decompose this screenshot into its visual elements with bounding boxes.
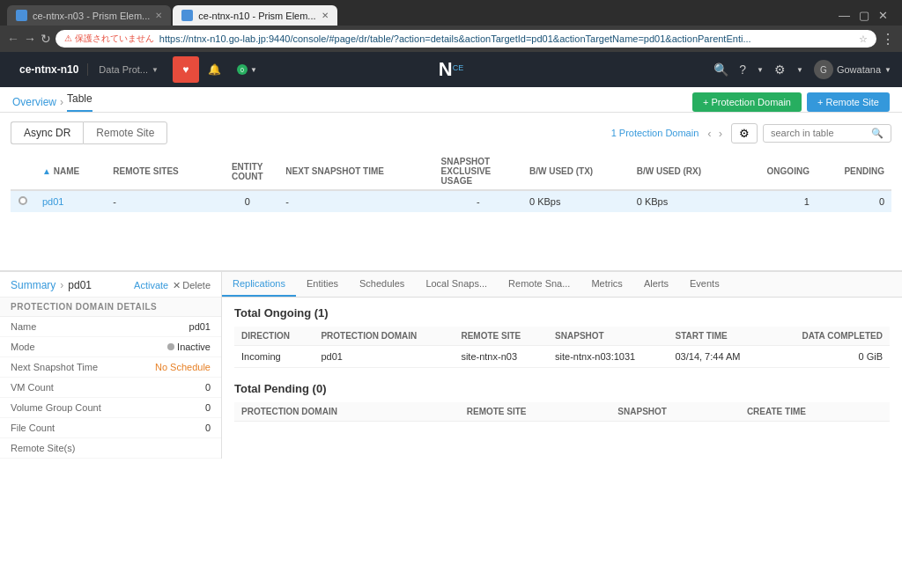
col-ongoing-header[interactable]: ONGOING [738,153,817,190]
bottom-panel: Summary › pd01 Activate ✕ Delete PROTECT… [0,270,902,459]
async-dr-tab[interactable]: Async DR [11,121,83,144]
pd-snapshot-row: Next Snapshot Time No Schedule [0,357,221,378]
row-entity-count: 0 [216,190,278,212]
search-input[interactable] [771,128,868,138]
settings-icon[interactable]: ⚙ [774,62,786,77]
browser-tab-1[interactable]: ce-ntnx-n03 - Prism Elem... ✕ [7,5,171,26]
tab-close-2[interactable]: ✕ [322,11,329,20]
status-arrow: ▼ [250,66,257,74]
tab-local-snaps[interactable]: Local Snaps... [415,272,498,297]
pd-vg-label: Volume Group Count [11,402,125,413]
detail-tab-bar: Replications Entities Schedules Local Sn… [222,272,902,298]
activate-btn[interactable]: Activate [134,280,168,290]
tab-title-2: ce-ntnx-n10 - Prism Elem... [198,11,315,21]
pd-detail-rows: Name pd01 Mode Inactive Next Snapshot Ti… [0,317,221,459]
browser-tab-2[interactable]: ce-ntnx-n10 - Prism Elem... ✕ [173,5,336,26]
col-bw-rx-header[interactable]: B/W USED (RX) [630,153,738,190]
col-snapshot-header: SNAPSHOT [548,327,668,346]
tab-metrics[interactable]: Metrics [580,272,632,297]
health-icon[interactable]: ♥ [173,56,199,83]
col-pending-snapshot-header: SNAPSHOT [610,402,740,422]
col-name-header[interactable]: ▲ NAME [35,153,106,190]
ongoing-remote-site: site-ntnx-n03 [454,346,548,368]
nav-arrow-icon: ▼ [152,66,159,74]
add-remote-site-btn[interactable]: + Remote Site [807,92,890,112]
pd-vm-label: VM Count [11,382,125,393]
tab-replications[interactable]: Replications [222,272,296,297]
refresh-btn[interactable]: ↻ [41,32,51,46]
next-domain-btn[interactable]: › [715,125,726,142]
col-entity-count-header[interactable]: ENTITYCOUNT [216,153,278,190]
search-icon: 🔍 [871,128,884,139]
tab-alerts[interactable]: Alerts [633,272,679,297]
address-bar[interactable]: ⚠ 保護されていません https://ntnx-n10.go-lab.jp:9… [55,30,876,48]
ongoing-title: Total Ongoing (1) [234,306,890,320]
breadcrumb-sep: › [60,279,63,291]
notifications-icon[interactable]: 🔔 [199,63,230,76]
pd-link[interactable]: pd01 [42,196,63,207]
help-icon[interactable]: ? [739,62,746,77]
row-ongoing: 1 [738,190,817,212]
forward-btn[interactable]: → [24,32,36,46]
col-status-header [11,153,35,190]
overview-link[interactable]: Overview [12,96,56,108]
left-detail-panel: Summary › pd01 Activate ✕ Delete PROTECT… [0,272,222,459]
tab-remote-snaps[interactable]: Remote Sna... [498,272,580,297]
tab-favicon-1 [16,10,27,21]
tab-entities[interactable]: Entities [296,272,349,297]
pd-snapshot-label: Next Snapshot Time [11,362,125,372]
col-start-time-header: START TIME [668,327,769,346]
pd-vg-count-row: Volume Group Count 0 [0,398,221,418]
username: Gowatana [837,64,881,75]
col-pending-header[interactable]: PENDING [817,153,891,190]
status-inactive-dot [18,196,27,205]
logo-n: N [439,58,453,81]
back-btn[interactable]: ← [7,32,19,46]
delete-btn[interactable]: ✕ Delete [173,280,211,291]
add-protection-domain-btn[interactable]: + Protection Domain [692,92,802,112]
delete-label: Delete [182,280,211,290]
menu-btn[interactable]: ⋮ [881,31,895,48]
tab-events[interactable]: Events [679,272,730,297]
help-arrow: ▼ [757,66,764,74]
mode-status-dot [167,343,174,350]
minimize-btn[interactable]: — [835,9,854,22]
data-protection-nav[interactable]: Data Prot... ▼ [88,64,169,75]
pd-mode-value: Inactive [125,342,211,352]
status-indicator[interactable]: 0 ▼ [230,64,264,75]
restore-btn[interactable]: ▢ [855,9,873,22]
col-remote-sites-header[interactable]: REMOTE SITES [106,153,216,190]
col-next-snapshot-header[interactable]: NEXT SNAPSHOT TIME [278,153,433,190]
bookmark-icon[interactable]: ☆ [859,33,868,45]
gear-settings-btn[interactable]: ⚙ [731,123,758,143]
tab-schedules[interactable]: Schedules [349,272,415,297]
close-btn[interactable]: ✕ [875,9,891,22]
search-header-icon[interactable]: 🔍 [713,62,728,77]
table-row[interactable]: pd01 - 0 - - 0 KBps 0 KBps 1 0 [11,190,891,212]
row-remote-sites: - [106,190,216,212]
pd-vm-count-row: VM Count 0 [0,378,221,398]
breadcrumb: Overview › Table [12,92,92,112]
remote-site-tab[interactable]: Remote Site [83,121,167,144]
prev-domain-btn[interactable]: ‹ [704,125,714,142]
user-menu[interactable]: G Gowatana ▼ [814,60,891,79]
pd-name-value: pd01 [125,321,211,332]
table-link[interactable]: Table [67,92,92,112]
col-snapshot-exclusive-header[interactable]: SNAPSHOTEXCLUSIVEUSAGE [434,153,522,190]
cluster-name: ce-ntnx-n10 [11,63,88,76]
col-data-completed-header: DATA COMPLETED [769,327,890,346]
ongoing-snapshot: site-ntnx-n03:1031 [548,346,668,368]
col-pending-ct-header: CREATE TIME [740,402,890,422]
col-bw-tx-header[interactable]: B/W USED (TX) [522,153,630,190]
header-right: 🔍 ? ▼ ⚙ ▼ G Gowatana ▼ [713,60,891,79]
row-name: pd01 [35,190,106,212]
ongoing-row: Incoming pd01 site-ntnx-n03 site-ntnx-n0… [234,346,890,368]
search-box[interactable]: 🔍 [763,124,891,143]
tab-close-1[interactable]: ✕ [155,11,162,20]
pd-file-label: File Count [11,423,125,433]
col-pd-header: PROTECTION DOMAIN [314,327,454,346]
pd-vg-value: 0 [125,402,211,413]
col-pending-rs-header: REMOTE SITE [460,402,611,422]
summary-link[interactable]: Summary [11,279,55,291]
pending-section: Total Pending (0) PROTECTION DOMAIN REMO… [234,382,890,422]
